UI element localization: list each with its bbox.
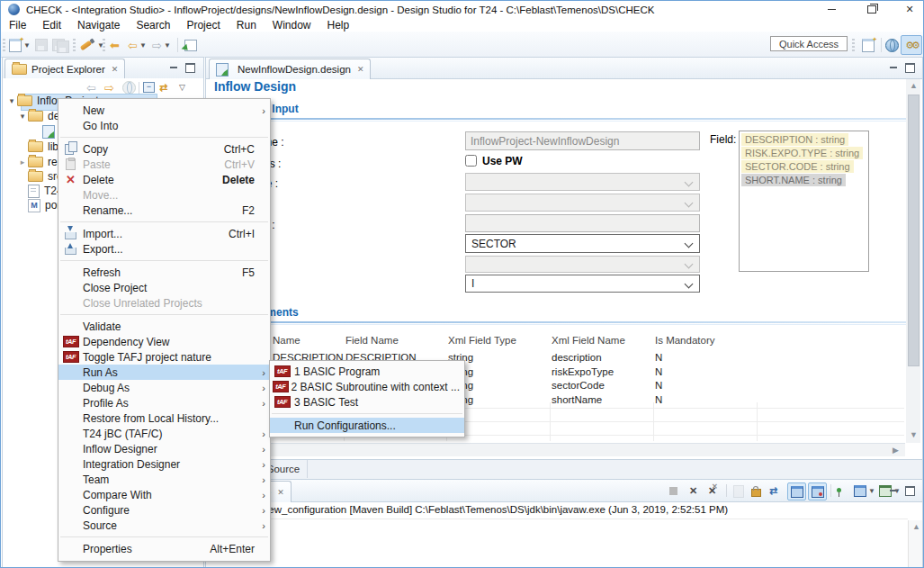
design-name-input[interactable] [465,131,700,150]
search-button[interactable]: ▼ [80,38,104,52]
explorer-forward-button[interactable]: ⇨ [104,80,114,95]
menu-item-go-into[interactable]: Go Into [58,118,270,133]
forward-button[interactable]: ⇨▼ [152,38,171,52]
menu-item-compare-with[interactable]: Compare With› [58,487,270,502]
table-cell[interactable]: shortName [552,394,602,405]
expand-arrow-icon[interactable]: ▾ [6,96,17,105]
design-studio-perspective-button[interactable]: ⚙⚙ [901,35,922,55]
close-console-button[interactable]: ✕ [689,484,697,498]
menu-file[interactable]: File [1,19,34,32]
table-cell[interactable]: N [655,394,662,405]
menu-item-move[interactable]: Move... [58,187,270,203]
column-header-xml-field-type[interactable]: Xml Field Type [448,335,516,346]
field-list-item[interactable]: SECTOR.CODE : string [741,160,854,173]
menu-item-export[interactable]: Export... [58,241,270,257]
submenu-item-basic-program[interactable]: tAF1 BASIC Program [270,364,464,379]
table-cell[interactable]: description [552,352,602,363]
menu-item-properties[interactable]: PropertiesAlt+Enter [58,541,270,556]
application-combobox[interactable]: SECTOR [465,234,700,253]
menu-item-validate[interactable]: Validate [58,319,270,334]
close-all-consoles-button[interactable]: ✕ [708,484,716,498]
menu-item-dependency-view[interactable]: tAFDependency View [58,334,270,349]
collapsed-arrow-icon[interactable]: ▸ [17,158,28,167]
editor-vertical-scrollbar[interactable]: ▲ ▼ [906,79,920,443]
column-header-field-name[interactable]: Field Name [345,335,399,346]
menu-item-inflow-designer[interactable]: Inflow Designer› [58,441,270,456]
explorer-up-button[interactable] [122,80,136,95]
menu-navigate[interactable]: Navigate [69,19,128,32]
version-combobox[interactable] [465,256,700,273]
explorer-minimize-button[interactable] [166,61,181,74]
table-cell[interactable]: sectorCode [552,380,605,391]
table-cell[interactable]: riskExpoType [552,366,614,377]
menu-item-rename[interactable]: Rename...F2 [58,203,270,218]
collapse-all-button[interactable]: − [143,80,155,95]
open-perspective-button[interactable] [862,38,875,52]
scroll-down-icon[interactable]: ▼ [910,431,918,439]
table-cell[interactable]: N [655,352,662,363]
last-edit-location-button[interactable]: ⬅ [110,38,120,52]
menu-item-close-project[interactable]: Close Project [58,280,270,295]
console-scrollbar[interactable]: ▲ [908,520,922,567]
show-on-stderr-button[interactable] [808,482,827,500]
menu-item-debug-as[interactable]: Debug As› [58,380,270,395]
display-console-button[interactable]: ▼ [854,484,875,498]
field-listbox[interactable]: DESCRIPTION : string RISK.EXPO.TYPE : st… [739,131,869,272]
menu-item-paste[interactable]: PasteCtrl+V [58,157,270,172]
menu-item-configure[interactable]: Configure› [58,502,270,518]
use-pw-checkbox[interactable] [465,155,477,167]
column-header-is-mandatory[interactable]: Is Mandatory [655,335,714,346]
scroll-right-icon[interactable]: ▶ [893,446,899,455]
tab-newinflowdesign[interactable]: NewInflowDesign.design ✕ [209,59,371,79]
menu-item-t24-jbc[interactable]: T24 jBC (TAF/C)› [58,426,270,441]
menu-window[interactable]: Window [265,19,319,32]
back-button[interactable]: ⇦▼ [128,38,147,52]
scrollbar-thumb[interactable] [908,95,920,366]
editor-minimize-button[interactable] [886,61,901,74]
tab-project-explorer[interactable]: Project Explorer ✕ [4,59,125,79]
secondary-combobox[interactable] [465,194,700,212]
scroll-up-icon[interactable]: ▲ [910,82,918,90]
menu-item-source[interactable]: Source› [58,518,270,533]
console-tab-close-icon[interactable]: ✕ [277,488,284,497]
menu-item-close-unrelated[interactable]: Close Unrelated Projects [58,295,270,311]
console-minimize-button[interactable] [886,484,901,497]
pin-console-button[interactable] [837,484,841,498]
submenu-item-run-configurations[interactable]: Run Configurations... [270,418,464,433]
link-with-editor-button[interactable]: ⇄ [159,80,167,95]
menu-project[interactable]: Project [178,19,228,32]
menu-item-import[interactable]: Import...Ctrl+I [58,226,270,241]
clear-console-button[interactable] [733,484,744,498]
tree-item-lib[interactable]: lib [28,140,58,154]
menu-item-profile-as[interactable]: Profile As› [58,395,270,410]
routine-combobox[interactable] [465,173,700,191]
function-combobox[interactable]: I [465,275,700,293]
menu-item-refresh[interactable]: RefreshF5 [58,265,270,280]
menu-item-copy[interactable]: CopyCtrl+C [58,141,270,157]
restore-button[interactable] [858,1,885,18]
explorer-tab-close-icon[interactable]: ✕ [112,65,119,74]
explorer-maximize-button[interactable] [183,61,197,74]
menu-item-restore-history[interactable]: Restore from Local History... [58,410,270,426]
stop-button[interactable] [669,484,677,498]
editor-horizontal-scrollbar[interactable]: ▶ [207,443,905,456]
scroll-up-icon[interactable]: ▲ [912,523,920,531]
editor-tab-close-icon[interactable]: ✕ [357,65,364,74]
menu-item-team[interactable]: Team› [58,472,270,487]
table-cell[interactable]: N [655,380,662,391]
console-maximize-button[interactable] [902,484,917,497]
column-header-name[interactable]: Name [273,335,301,346]
menu-item-run-as[interactable]: Run As› [58,365,270,380]
menu-run[interactable]: Run [229,19,265,32]
menu-item-integration-designer[interactable]: Integration Designer› [58,456,270,472]
close-button[interactable]: ✕ [896,1,923,18]
table-cell[interactable]: N [655,366,662,377]
minimize-button[interactable] [818,1,845,18]
field-list-item[interactable]: DESCRIPTION : string [741,133,848,146]
save-button[interactable] [35,38,48,52]
menu-item-new[interactable]: New› [58,103,270,118]
menu-search[interactable]: Search [128,19,178,32]
menu-item-delete[interactable]: ✕DeleteDelete [58,172,270,187]
submenu-item-basic-test[interactable]: tAF3 BASIC Test [270,394,464,410]
submenu-item-basic-subroutine[interactable]: tAF2 BASIC Subroutine with context ... [270,379,464,394]
